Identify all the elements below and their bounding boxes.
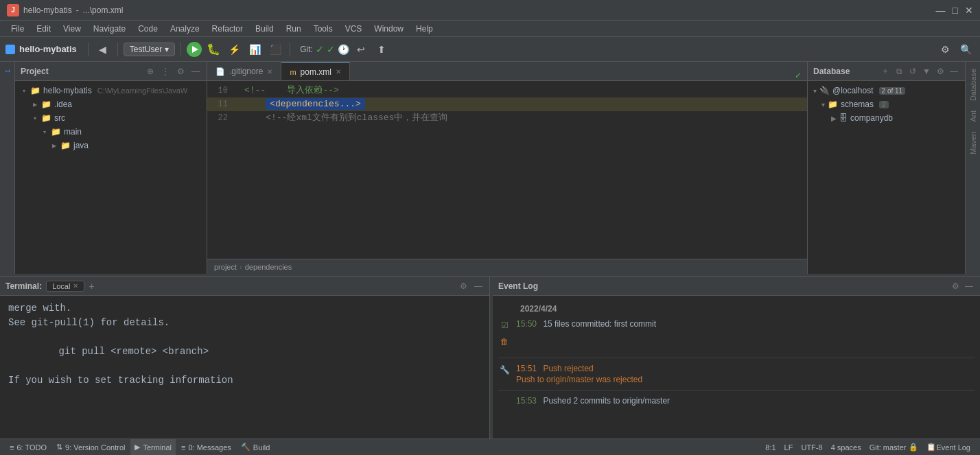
menu-analyze[interactable]: Analyze — [165, 23, 205, 35]
menu-vcs[interactable]: VCS — [340, 23, 368, 35]
db-filter-icon[interactable]: ▼ — [921, 66, 932, 77]
menu-help[interactable]: Help — [410, 23, 439, 35]
db-refresh-icon[interactable]: ↺ — [907, 66, 918, 77]
db-item-localhost[interactable]: ▾ 🔌 @localhost 2 of 11 — [808, 84, 965, 97]
toolbar-settings-button[interactable]: ⚙ — [936, 40, 954, 58]
ant-strip-label[interactable]: Ant — [968, 106, 979, 126]
project-view-icon[interactable]: 1 — [1, 65, 14, 77]
event-divider-1 — [498, 358, 975, 358]
event-log-settings-icon[interactable]: ⚙ — [950, 281, 961, 292]
close-button[interactable]: ✕ — [965, 5, 973, 16]
menu-file[interactable]: File — [5, 23, 30, 35]
stop-button[interactable]: ⬛ — [266, 40, 284, 58]
maven-strip-label[interactable]: Maven — [968, 128, 979, 159]
terminal-settings-icon[interactable]: ⚙ — [458, 281, 469, 292]
terminal-line-1: merge with. — [8, 301, 481, 316]
git-branch-label: Git: master — [870, 443, 907, 452]
db-expand-icon: ▾ — [813, 87, 817, 95]
toolbar-search-button[interactable]: 🔍 — [957, 40, 975, 58]
db-connection-icon: 🔌 — [819, 86, 830, 95]
navigate-back-button[interactable]: ◀ — [94, 40, 112, 58]
menu-edit[interactable]: Edit — [31, 23, 56, 35]
tab-pomxml-close[interactable]: ✕ — [336, 68, 341, 75]
terminal-add-button[interactable]: + — [89, 281, 94, 292]
tree-item-java[interactable]: ▶ 📁 java — [15, 139, 207, 152]
git-push-button[interactable]: ⬆ — [373, 40, 390, 58]
schemas-label: schemas — [841, 100, 874, 109]
code-line-10: 10 <!-- 导入依赖--> — [207, 84, 807, 97]
project-settings-icon[interactable]: ⋮ — [160, 66, 171, 77]
tab-todo[interactable]: ≡ 6: TODO — [5, 439, 51, 455]
event-entry-2-line1: 15:51 Push rejected — [516, 364, 975, 373]
event-empty-icon — [498, 396, 511, 408]
terminal-content[interactable]: merge with. See git-pull(1) for details.… — [0, 296, 489, 439]
coverage-button[interactable]: ⚡ — [225, 40, 243, 58]
tab-messages[interactable]: ≡ 0: Messages — [177, 439, 235, 455]
database-strip-label[interactable]: Database — [968, 65, 979, 105]
menu-refactor[interactable]: Refactor — [207, 23, 248, 35]
menu-tools[interactable]: Tools — [308, 23, 338, 35]
menu-build[interactable]: Build — [250, 23, 279, 35]
tree-item-root[interactable]: ▾ 📁 hello-mybatis C:\MyLearningFiles\Jav… — [15, 84, 207, 97]
db-settings-icon[interactable]: ⚙ — [935, 66, 946, 77]
title-bar: J hello-mybatis - ...\pom.xml — □ ✕ — [0, 0, 980, 21]
maximize-button[interactable]: □ — [953, 5, 958, 16]
db-item-companydb[interactable]: ▶ 🗄 companydb — [808, 111, 965, 125]
event-log-content: 2022/4/24 ☑ 15:50 15 files committed: fi… — [493, 296, 980, 439]
status-line-ending[interactable]: LF — [780, 439, 797, 456]
project-minimize-icon[interactable]: — — [190, 66, 201, 77]
code-editor[interactable]: 10 <!-- 导入依赖--> 11 <dependencies...> 22 — [207, 81, 807, 259]
tab-gitignore-label: .gitignore — [229, 67, 263, 76]
status-git-branch[interactable]: Git: master 🔒 — [865, 443, 923, 452]
tab-bar: 📄 .gitignore ✕ m pom.xml ✕ ✓ — [207, 62, 807, 81]
db-minimize-icon[interactable]: — — [948, 66, 959, 77]
event-entry-1: ☑ 15:50 15 files committed: first commit — [493, 316, 980, 336]
tab-gitignore-close[interactable]: ✕ — [267, 68, 272, 75]
database-panel-header: Database + ⧉ ↺ ▼ ⚙ — — [808, 62, 965, 81]
breadcrumb-dependencies[interactable]: dependencies — [245, 263, 292, 271]
debug-button[interactable]: 🐛 — [205, 40, 222, 58]
tree-item-main[interactable]: ▾ 📁 main — [15, 125, 207, 139]
tab-build[interactable]: 🔨 Build — [237, 439, 274, 455]
terminal-line-6: If you wish to set tracking information — [8, 373, 481, 388]
root-folder-icon: 📁 — [30, 86, 40, 95]
breadcrumb-project[interactable]: project — [214, 263, 237, 271]
event-delete-icon[interactable]: 🗑 — [498, 336, 511, 348]
tree-arrow-idea: ▶ — [32, 101, 38, 108]
menu-navigate[interactable]: Navigate — [88, 23, 131, 35]
terminal-tab-local[interactable]: Local ✕ — [46, 281, 84, 292]
run-button[interactable] — [187, 42, 202, 57]
git-undo-button[interactable]: ↩ — [352, 40, 370, 58]
profile-button[interactable]: 📊 — [246, 40, 264, 58]
schemas-expand-icon: ▾ — [821, 101, 825, 108]
status-position[interactable]: 8:1 — [761, 439, 780, 456]
tree-item-idea[interactable]: ▶ 📁 .idea — [15, 97, 207, 111]
tab-pomxml[interactable]: m pom.xml ✕ — [281, 62, 350, 80]
terminal-minimize-icon[interactable]: — — [473, 281, 484, 292]
db-item-schemas[interactable]: ▾ 📁 schemas 2 — [808, 97, 965, 111]
right-sidebar-strip: Database Ant Maven — [965, 62, 980, 274]
tab-gitignore[interactable]: 📄 .gitignore ✕ — [207, 62, 281, 80]
status-event-log[interactable]: 📋 Event Log — [922, 439, 975, 456]
tree-item-src[interactable]: ▾ 📁 src — [15, 111, 207, 125]
project-gear-icon[interactable]: ⚙ — [175, 66, 186, 77]
event-body-2: 15:51 Push rejected Push to origin/maste… — [516, 364, 975, 384]
status-encoding[interactable]: UTF-8 — [797, 439, 826, 456]
tab-version-control[interactable]: ⇅ 9: Version Control — [52, 439, 129, 455]
menu-run[interactable]: Run — [281, 23, 307, 35]
db-add-icon[interactable]: + — [880, 66, 891, 77]
code-line-11: 11 <dependencies...> — [207, 97, 807, 111]
menu-view[interactable]: View — [58, 23, 86, 35]
tab-terminal[interactable]: ▶ Terminal — [130, 439, 176, 455]
minimize-button[interactable]: — — [936, 5, 946, 16]
user-selector[interactable]: TestUser ▾ — [124, 43, 175, 56]
status-indent[interactable]: 4 spaces — [827, 439, 865, 456]
db-copy-icon[interactable]: ⧉ — [894, 66, 905, 77]
project-sync-icon[interactable]: ⊕ — [145, 66, 156, 77]
menu-code[interactable]: Code — [132, 23, 163, 35]
tree-arrow-root: ▾ — [21, 87, 27, 94]
terminal-tab-close-icon[interactable]: ✕ — [73, 282, 78, 290]
event-text-1: 15 files committed: first commit — [543, 319, 656, 329]
menu-window[interactable]: Window — [369, 23, 409, 35]
event-log-minimize-icon[interactable]: — — [964, 281, 975, 292]
